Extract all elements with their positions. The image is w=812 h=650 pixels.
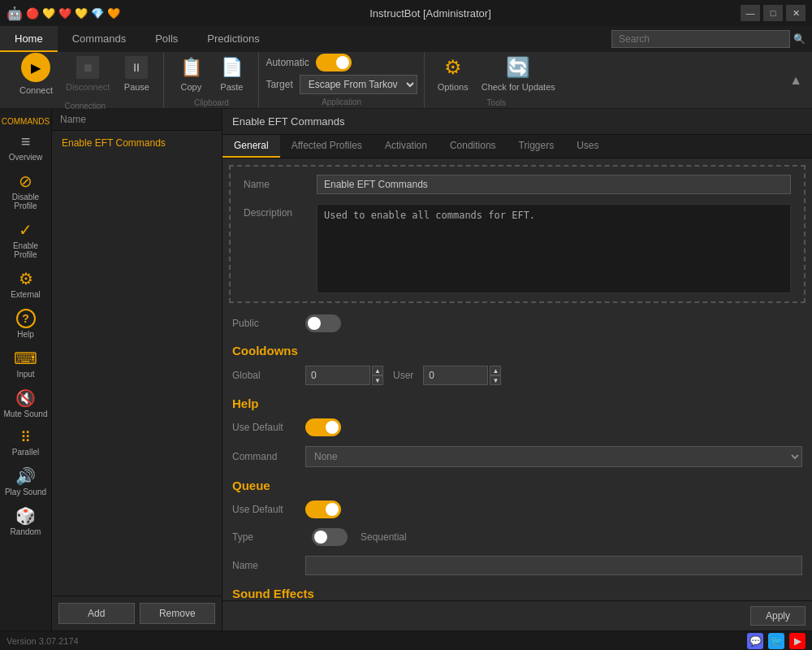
close-button[interactable]: ✕: [786, 5, 806, 21]
application-group-label: Application: [266, 98, 417, 106]
sidebar-section-label: Commands: [0, 112, 51, 128]
check-updates-button[interactable]: 🔄 Check for Updates: [475, 53, 562, 95]
sidebar-item-disable-profile[interactable]: ⊘ Disable Profile: [0, 167, 51, 215]
public-slider: [305, 314, 341, 332]
connect-label: Connect: [19, 85, 53, 95]
app-icon-5: 💎: [91, 7, 104, 20]
name-field-label: Name: [244, 179, 317, 190]
sidebar-label-parallel: Parallel: [12, 448, 39, 457]
tab-conditions[interactable]: Conditions: [438, 135, 508, 158]
commands-list: Enable EFT Commands: [52, 131, 222, 596]
user-spin-up[interactable]: ▲: [490, 366, 501, 375]
global-input[interactable]: [305, 366, 370, 385]
maximize-button[interactable]: □: [763, 5, 783, 21]
overview-icon: ≡: [21, 132, 31, 151]
queue-use-default-row: Use Default: [222, 496, 812, 523]
sidebar-item-overview[interactable]: ≡ Overview: [0, 128, 51, 167]
sidebar-item-help[interactable]: ? Help: [0, 304, 51, 344]
parallel-icon: ⠿: [20, 428, 31, 446]
commands-panel-footer: Add Remove: [52, 596, 222, 630]
play-sound-icon: 🔊: [15, 466, 36, 486]
nav-tab-predictions[interactable]: Predictions: [192, 26, 274, 52]
command-select[interactable]: None: [305, 446, 802, 467]
disconnect-label: Disconnect: [66, 82, 110, 92]
connect-button[interactable]: ▶ Connect: [13, 50, 59, 98]
sidebar-label-input: Input: [16, 370, 34, 379]
app-title: InstructBot [Administrator]: [120, 7, 741, 20]
sidebar-label-mute-sound: Mute Sound: [4, 410, 48, 418]
options-icon: ⚙: [444, 56, 462, 79]
commands-panel: Name Enable EFT Commands Add Remove: [52, 109, 222, 630]
target-label: Target: [266, 79, 292, 90]
nav-tab-commands[interactable]: Commands: [58, 26, 140, 52]
options-button[interactable]: ⚙ Options: [431, 53, 475, 95]
app-icons: 🤖 🔴 💛 ❤️ 💛 💎 🧡: [6, 6, 120, 21]
name-input[interactable]: [317, 175, 791, 194]
sidebar-label-disable-profile: Disable Profile: [3, 193, 48, 210]
global-spin-buttons: ▲ ▼: [372, 366, 383, 385]
queue-use-default-toggle[interactable]: [305, 500, 341, 518]
sidebar-item-external[interactable]: ⚙ External: [0, 264, 51, 304]
paste-button[interactable]: 📄 Paste: [211, 53, 252, 95]
user-spin-down[interactable]: ▼: [490, 375, 501, 385]
toolbar-tools-group: ⚙ Options 🔄 Check for Updates Tools: [425, 52, 568, 108]
use-default-toggle[interactable]: [305, 418, 341, 436]
pause-button[interactable]: ⏸ Pause: [116, 53, 157, 95]
toolbar-collapse-button[interactable]: ▲: [783, 73, 809, 88]
tab-activation[interactable]: Activation: [374, 135, 438, 158]
sidebar-item-enable-profile[interactable]: ✓ Enable Profile: [0, 215, 51, 264]
sidebar-item-mute-sound[interactable]: 🔇 Mute Sound: [0, 384, 51, 423]
sidebar-item-input[interactable]: ⌨ Input: [0, 344, 51, 384]
clipboard-group-label: Clipboard: [171, 98, 252, 107]
global-spin-down[interactable]: ▼: [372, 375, 383, 385]
automatic-toggle[interactable]: [316, 54, 352, 72]
remove-command-button[interactable]: Remove: [140, 603, 216, 624]
user-spin-buttons: ▲ ▼: [490, 366, 501, 385]
sidebar-label-external: External: [11, 290, 41, 299]
queue-type-toggle[interactable]: [312, 528, 348, 546]
user-input[interactable]: [423, 366, 488, 385]
pause-label: Pause: [124, 82, 149, 92]
detail-tabs: General Affected Profiles Activation Con…: [222, 135, 812, 158]
target-select[interactable]: Escape From Tarkov: [300, 75, 417, 94]
tab-general[interactable]: General: [222, 135, 280, 158]
add-command-button[interactable]: Add: [58, 603, 135, 624]
nav-tab-home[interactable]: Home: [0, 26, 58, 52]
app-icon-3: ❤️: [58, 7, 71, 20]
search-input[interactable]: [611, 30, 790, 48]
search-icon: 🔍: [793, 33, 806, 45]
cooldowns-title: Cooldowns: [222, 337, 812, 361]
use-default-slider: [305, 418, 341, 436]
command-item-enable-eft[interactable]: Enable EFT Commands: [52, 131, 222, 155]
titlebar: 🤖 🔴 💛 ❤️ 💛 💎 🧡 InstructBot [Administrato…: [0, 0, 812, 26]
tab-uses[interactable]: Uses: [565, 135, 610, 158]
twitter-icon[interactable]: 🐦: [768, 633, 784, 649]
toolbar-clipboard-group: 📋 Copy 📄 Paste Clipboard: [164, 52, 259, 108]
tab-affected-profiles[interactable]: Affected Profiles: [280, 135, 374, 158]
description-row: Description Used to enable all commands …: [234, 199, 801, 298]
toolbar-clipboard-row: 📋 Copy 📄 Paste: [171, 53, 252, 95]
sidebar-item-random[interactable]: 🎲 Random: [0, 501, 51, 541]
discord-icon[interactable]: 💬: [747, 633, 763, 649]
help-icon: ?: [16, 309, 36, 328]
nav-tab-polls[interactable]: Polls: [140, 26, 192, 52]
automatic-label: Automatic: [266, 57, 309, 68]
sidebar-item-play-sound[interactable]: 🔊 Play Sound: [0, 462, 51, 501]
paste-icon: 📄: [220, 56, 243, 79]
disconnect-button[interactable]: ⏹ Disconnect: [59, 53, 116, 95]
minimize-button[interactable]: —: [741, 5, 760, 21]
global-spin-up[interactable]: ▲: [372, 366, 383, 375]
apply-button[interactable]: Apply: [750, 606, 806, 626]
disconnect-icon: ⏹: [76, 56, 99, 79]
sidebar-item-parallel[interactable]: ⠿ Parallel: [0, 423, 51, 462]
public-toggle[interactable]: [305, 314, 341, 332]
copy-button[interactable]: 📋 Copy: [171, 53, 211, 95]
user-label: User: [393, 370, 413, 381]
description-textarea[interactable]: Used to enable all commands for EFT.: [317, 204, 791, 293]
queue-name-input[interactable]: [305, 556, 802, 575]
global-label: Global: [232, 370, 305, 381]
tab-triggers[interactable]: Triggers: [508, 135, 566, 158]
cooldowns-row: Global ▲ ▼ User ▲ ▼: [222, 361, 812, 390]
youtube-icon[interactable]: ▶: [789, 633, 806, 649]
queue-use-default-slider: [305, 500, 341, 518]
